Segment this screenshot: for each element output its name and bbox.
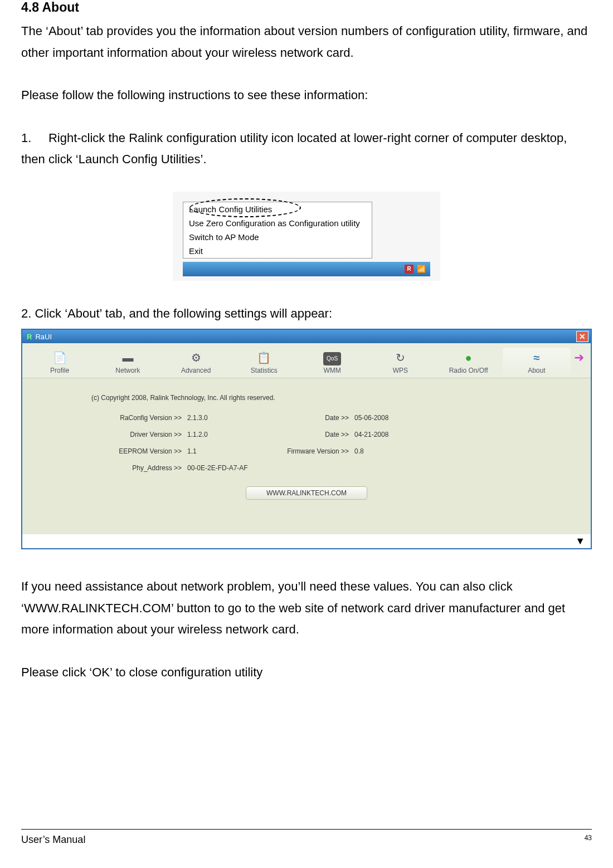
tab-wmm[interactable]: QoS WMM	[298, 350, 366, 378]
tab-advanced[interactable]: ⚙ Advanced	[162, 348, 230, 378]
menu-item-launch[interactable]: Launch Config Utilities	[183, 202, 372, 216]
tab-label: Radio On/Off	[436, 367, 502, 374]
empty-label	[265, 464, 354, 472]
raconfig-version-label: RaConfig Version >>	[76, 414, 187, 422]
empty-value	[354, 464, 416, 472]
intro-paragraph: The ‘About’ tab provides you the informa…	[21, 21, 592, 64]
page-number: 43	[585, 834, 592, 842]
after-paragraph: If you need assistance about network pro…	[21, 576, 592, 641]
ralink-tray-icon[interactable]: R	[405, 265, 413, 274]
system-tray: R 📶	[183, 262, 430, 276]
firmware-version-label: Firmware Version >>	[265, 447, 354, 455]
section-heading: 4.8 About	[21, 0, 592, 15]
profile-icon: 📄	[27, 350, 93, 365]
context-menu-figure: Launch Config Utilities Use Zero Configu…	[21, 192, 592, 281]
wmm-icon: QoS	[323, 352, 341, 365]
tab-network[interactable]: ▬ Network	[94, 348, 162, 378]
raconfig-date-label: Date >>	[265, 414, 354, 422]
eeprom-version-value: 1.1	[187, 447, 265, 455]
step-2: 2. Click ‘About’ tab, and the following …	[21, 303, 592, 325]
raconfig-version-value: 2.1.3.0	[187, 414, 265, 422]
app-icon: R	[27, 333, 32, 341]
tab-label: Statistics	[231, 367, 297, 374]
tab-statistics[interactable]: 📋 Statistics	[230, 348, 298, 378]
tab-label: WMM	[299, 367, 365, 374]
footer-label: User’s Manual	[21, 834, 85, 846]
ralinktech-link-button[interactable]: WWW.RALINKTECH.COM	[246, 486, 367, 500]
menu-item-zero-config[interactable]: Use Zero Configuration as Configuration …	[183, 216, 372, 230]
phy-address-label: Phy_Address >>	[76, 464, 187, 472]
tab-label: Advanced	[163, 367, 229, 374]
menu-item-exit[interactable]: Exit	[183, 244, 372, 258]
titlebar: R RaUI ✕	[22, 330, 591, 343]
driver-date-label: Date >>	[265, 431, 354, 438]
tab-profile[interactable]: 📄 Profile	[26, 348, 94, 378]
about-panel: (c) Copyright 2008, Ralink Technology, I…	[22, 378, 591, 534]
step-1: 1. Right-click the Ralink configuration …	[21, 128, 592, 170]
tab-label: Network	[95, 367, 160, 374]
tab-label: About	[504, 367, 570, 374]
tab-label: Profile	[27, 367, 93, 374]
network-tray-icon[interactable]: 📶	[417, 265, 426, 274]
driver-version-value: 1.1.2.0	[187, 431, 265, 438]
eeprom-version-label: EEPROM Version >>	[76, 447, 187, 455]
statistics-icon: 📋	[231, 350, 297, 365]
page-footer: User’s Manual 43	[21, 829, 592, 846]
expand-arrow-icon[interactable]: ▼	[22, 534, 591, 548]
tab-wps[interactable]: ↻ WPS	[366, 348, 434, 378]
next-arrow-icon[interactable]: ➜	[571, 350, 587, 375]
menu-item-ap-mode[interactable]: Switch to AP Mode	[183, 230, 372, 244]
network-icon: ▬	[95, 350, 160, 365]
window-title: RaUI	[35, 333, 52, 341]
wps-icon: ↻	[367, 350, 433, 365]
raconfig-date-value: 05-06-2008	[354, 414, 416, 422]
tab-label: WPS	[367, 367, 433, 374]
radio-icon: ●	[436, 350, 502, 365]
firmware-version-value: 0.8	[354, 447, 416, 455]
ok-paragraph: Please click ‘OK’ to close configuration…	[21, 662, 592, 684]
driver-date-value: 04-21-2008	[354, 431, 416, 438]
phy-address-value: 00-0E-2E-FD-A7-AF	[187, 464, 265, 472]
raui-window: R RaUI ✕ 📄 Profile ▬ Network ⚙ Advanced …	[21, 329, 592, 549]
copyright-text: (c) Copyright 2008, Ralink Technology, I…	[42, 392, 571, 414]
tab-about[interactable]: ≈ About	[503, 348, 571, 378]
driver-version-label: Driver Version >>	[76, 431, 187, 438]
toolbar: 📄 Profile ▬ Network ⚙ Advanced 📋 Statist…	[22, 343, 591, 378]
about-icon: ≈	[504, 350, 570, 365]
context-menu: Launch Config Utilities Use Zero Configu…	[183, 202, 372, 259]
follow-paragraph: Please follow the following instructions…	[21, 85, 592, 106]
close-button[interactable]: ✕	[576, 331, 588, 342]
gear-icon: ⚙	[163, 350, 229, 365]
tab-radio[interactable]: ● Radio On/Off	[435, 348, 503, 378]
